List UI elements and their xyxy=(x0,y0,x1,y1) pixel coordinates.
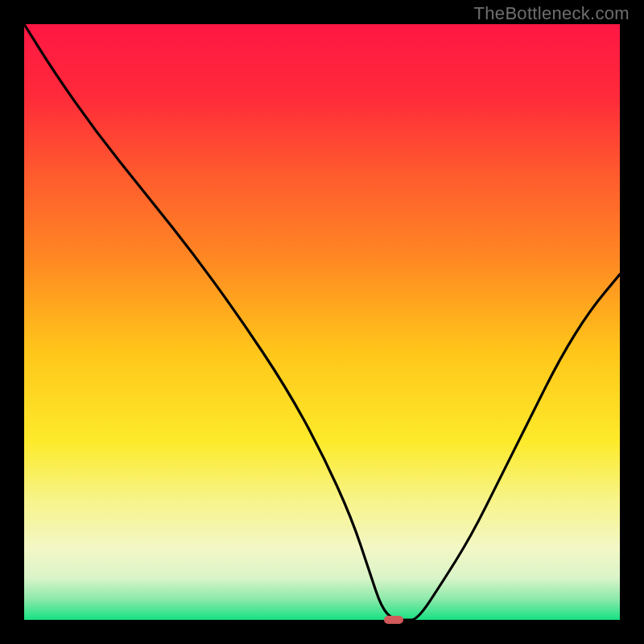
curve-layer xyxy=(24,24,620,620)
minimum-marker xyxy=(384,616,403,624)
watermark-text: TheBottleneck.com xyxy=(474,3,630,24)
plot-area xyxy=(24,24,620,620)
chart-frame: TheBottleneck.com xyxy=(0,0,644,644)
bottleneck-curve xyxy=(24,24,620,620)
